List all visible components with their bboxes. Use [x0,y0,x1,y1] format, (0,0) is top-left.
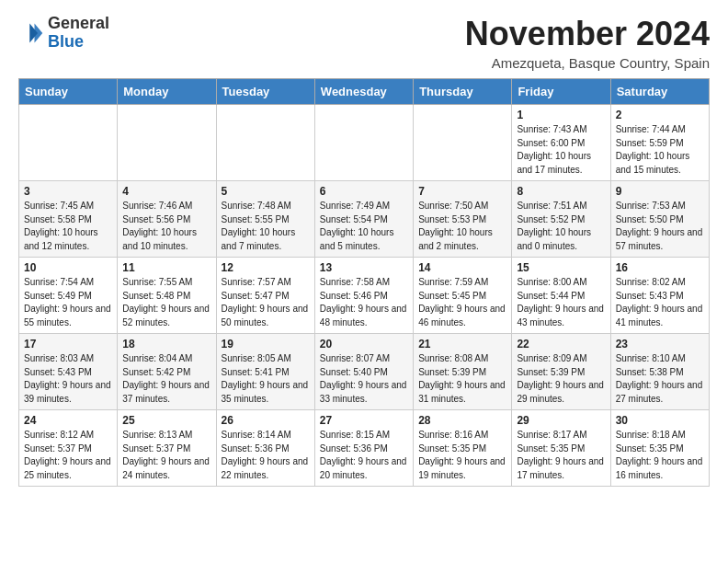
calendar-week-4: 17Sunrise: 8:03 AM Sunset: 5:43 PM Dayli… [19,334,710,410]
header-friday: Friday [512,79,610,105]
logo-blue: Blue [48,32,84,51]
calendar-cell: 5Sunrise: 7:48 AM Sunset: 5:55 PM Daylig… [216,181,314,258]
location-subtitle: Amezqueta, Basque Country, Spain [465,55,710,71]
day-info: Sunrise: 8:03 AM Sunset: 5:43 PM Dayligh… [24,352,112,406]
day-number: 8 [517,185,605,198]
calendar-cell: 10Sunrise: 7:54 AM Sunset: 5:49 PM Dayli… [19,258,118,334]
day-info: Sunrise: 8:14 AM Sunset: 5:36 PM Dayligh… [222,429,310,482]
calendar-cell [118,105,216,181]
day-number: 26 [222,414,310,427]
calendar-cell: 24Sunrise: 8:12 AM Sunset: 5:37 PM Dayli… [19,410,118,487]
day-number: 24 [24,414,112,427]
calendar-body: 1Sunrise: 7:43 AM Sunset: 6:00 PM Daylig… [19,105,710,487]
calendar-week-3: 10Sunrise: 7:54 AM Sunset: 5:49 PM Dayli… [19,258,710,334]
calendar-week-1: 1Sunrise: 7:43 AM Sunset: 6:00 PM Daylig… [19,105,710,181]
day-number: 5 [222,185,310,198]
day-info: Sunrise: 7:54 AM Sunset: 5:49 PM Dayligh… [24,276,112,329]
day-info: Sunrise: 8:00 AM Sunset: 5:44 PM Dayligh… [517,276,605,329]
day-number: 28 [418,414,506,427]
day-number: 22 [517,338,605,350]
calendar-cell [19,105,118,181]
day-number: 3 [24,185,112,198]
logo-text: General Blue [48,15,109,52]
day-number: 2 [616,109,704,121]
logo-icon [18,20,44,46]
calendar-cell: 13Sunrise: 7:58 AM Sunset: 5:46 PM Dayli… [314,258,413,334]
day-info: Sunrise: 8:13 AM Sunset: 5:37 PM Dayligh… [122,429,210,482]
header-saturday: Saturday [610,79,709,105]
day-number: 4 [122,185,210,198]
calendar-cell: 30Sunrise: 8:18 AM Sunset: 5:35 PM Dayli… [610,410,709,487]
day-number: 11 [122,261,210,274]
calendar-week-5: 24Sunrise: 8:12 AM Sunset: 5:37 PM Dayli… [19,410,710,487]
calendar-cell: 7Sunrise: 7:50 AM Sunset: 5:53 PM Daylig… [414,181,512,258]
calendar-cell [414,105,512,181]
day-number: 12 [222,261,310,274]
calendar-cell: 4Sunrise: 7:46 AM Sunset: 5:56 PM Daylig… [118,181,216,258]
day-info: Sunrise: 7:48 AM Sunset: 5:55 PM Dayligh… [222,200,310,253]
calendar-cell: 18Sunrise: 8:04 AM Sunset: 5:42 PM Dayli… [118,334,216,410]
calendar-cell [216,105,314,181]
calendar-cell: 19Sunrise: 8:05 AM Sunset: 5:41 PM Dayli… [216,334,314,410]
day-info: Sunrise: 8:08 AM Sunset: 5:39 PM Dayligh… [418,352,506,406]
day-number: 10 [24,261,112,274]
day-number: 30 [616,414,704,427]
day-number: 16 [616,261,704,274]
logo: General Blue [18,15,109,52]
day-number: 19 [222,338,310,350]
day-info: Sunrise: 8:02 AM Sunset: 5:43 PM Dayligh… [616,276,704,329]
day-info: Sunrise: 7:43 AM Sunset: 6:00 PM Dayligh… [517,123,605,177]
day-info: Sunrise: 7:55 AM Sunset: 5:48 PM Dayligh… [122,276,210,329]
calendar-cell: 21Sunrise: 8:08 AM Sunset: 5:39 PM Dayli… [414,334,512,410]
day-info: Sunrise: 7:53 AM Sunset: 5:50 PM Dayligh… [616,200,704,253]
calendar-cell: 11Sunrise: 7:55 AM Sunset: 5:48 PM Dayli… [118,258,216,334]
day-number: 14 [418,261,506,274]
calendar-cell: 9Sunrise: 7:53 AM Sunset: 5:50 PM Daylig… [610,181,709,258]
day-number: 29 [517,414,605,427]
day-info: Sunrise: 7:58 AM Sunset: 5:46 PM Dayligh… [320,276,408,329]
page: General Blue November 2024 Amezqueta, Ba… [0,0,728,501]
calendar-cell: 22Sunrise: 8:09 AM Sunset: 5:39 PM Dayli… [512,334,610,410]
calendar-cell: 17Sunrise: 8:03 AM Sunset: 5:43 PM Dayli… [19,334,118,410]
day-number: 17 [24,338,112,350]
day-info: Sunrise: 8:07 AM Sunset: 5:40 PM Dayligh… [320,352,408,406]
day-info: Sunrise: 8:16 AM Sunset: 5:35 PM Dayligh… [418,429,506,482]
day-info: Sunrise: 7:59 AM Sunset: 5:45 PM Dayligh… [418,276,506,329]
day-number: 7 [418,185,506,198]
calendar-cell: 8Sunrise: 7:51 AM Sunset: 5:52 PM Daylig… [512,181,610,258]
calendar-cell: 29Sunrise: 8:17 AM Sunset: 5:35 PM Dayli… [512,410,610,487]
day-number: 13 [320,261,408,274]
day-info: Sunrise: 8:10 AM Sunset: 5:38 PM Dayligh… [616,352,704,406]
day-number: 20 [320,338,408,350]
calendar-week-2: 3Sunrise: 7:45 AM Sunset: 5:58 PM Daylig… [19,181,710,258]
calendar-cell: 25Sunrise: 8:13 AM Sunset: 5:37 PM Dayli… [118,410,216,487]
day-number: 15 [517,261,605,274]
day-number: 23 [616,338,704,350]
calendar-cell: 6Sunrise: 7:49 AM Sunset: 5:54 PM Daylig… [314,181,413,258]
calendar-cell: 3Sunrise: 7:45 AM Sunset: 5:58 PM Daylig… [19,181,118,258]
calendar-cell: 26Sunrise: 8:14 AM Sunset: 5:36 PM Dayli… [216,410,314,487]
day-info: Sunrise: 7:57 AM Sunset: 5:47 PM Dayligh… [222,276,310,329]
day-info: Sunrise: 7:50 AM Sunset: 5:53 PM Dayligh… [418,200,506,253]
header-tuesday: Tuesday [216,79,314,105]
day-number: 27 [320,414,408,427]
day-info: Sunrise: 8:09 AM Sunset: 5:39 PM Dayligh… [517,352,605,406]
calendar-cell [314,105,413,181]
day-info: Sunrise: 8:05 AM Sunset: 5:41 PM Dayligh… [222,352,310,406]
calendar-cell: 15Sunrise: 8:00 AM Sunset: 5:44 PM Dayli… [512,258,610,334]
calendar-cell: 12Sunrise: 7:57 AM Sunset: 5:47 PM Dayli… [216,258,314,334]
calendar-header: Sunday Monday Tuesday Wednesday Thursday… [19,79,710,105]
day-number: 18 [122,338,210,350]
calendar-cell: 28Sunrise: 8:16 AM Sunset: 5:35 PM Dayli… [414,410,512,487]
day-number: 1 [517,109,605,121]
month-title: November 2024 [465,15,710,53]
logo-general: General [48,14,109,32]
day-info: Sunrise: 7:49 AM Sunset: 5:54 PM Dayligh… [320,200,408,253]
header-row: Sunday Monday Tuesday Wednesday Thursday… [19,79,710,105]
calendar-cell: 16Sunrise: 8:02 AM Sunset: 5:43 PM Dayli… [610,258,709,334]
day-info: Sunrise: 7:51 AM Sunset: 5:52 PM Dayligh… [517,200,605,253]
day-info: Sunrise: 8:18 AM Sunset: 5:35 PM Dayligh… [616,429,704,482]
header-monday: Monday [118,79,216,105]
calendar-table: Sunday Monday Tuesday Wednesday Thursday… [18,78,710,487]
calendar-cell: 1Sunrise: 7:43 AM Sunset: 6:00 PM Daylig… [512,105,610,181]
